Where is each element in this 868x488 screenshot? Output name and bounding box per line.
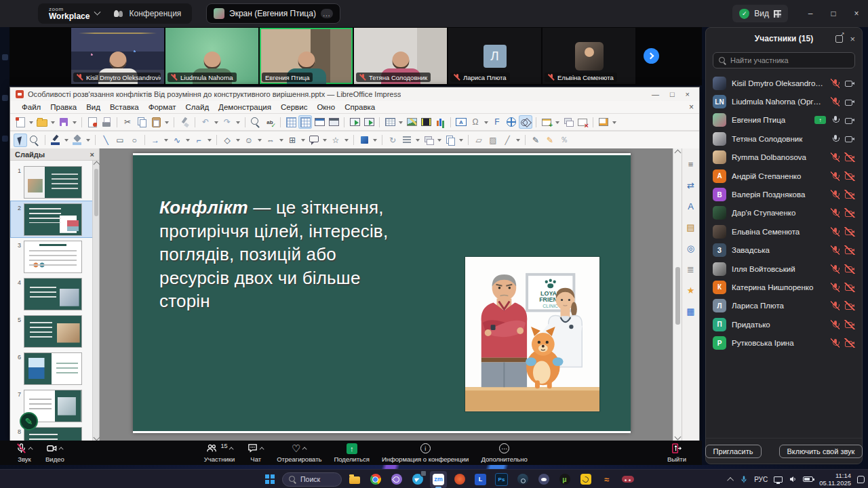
impress-minimize-button[interactable]: — [652, 90, 659, 98]
participants-button[interactable]: 15 Участники [198, 441, 241, 465]
scroll-down-icon[interactable] [93, 434, 100, 441]
start-button[interactable] [262, 471, 278, 487]
print-icon[interactable] [100, 116, 113, 128]
annotation-pencil-button[interactable]: ✎ [20, 412, 38, 430]
master-slide-icon[interactable] [328, 116, 340, 128]
cut-icon[interactable]: ✂ [121, 116, 134, 128]
ellipse-icon[interactable]: ○ [128, 134, 140, 146]
display-icon[interactable] [774, 476, 783, 483]
clock[interactable]: 11:14 05.11.2025 [819, 472, 851, 487]
save-icon[interactable] [58, 116, 70, 128]
popout-icon[interactable] [835, 35, 843, 43]
slide-thumbnail[interactable] [24, 352, 82, 385]
symbol-dropdown-icon[interactable] [257, 134, 262, 146]
separator-icon[interactable] [344, 117, 344, 127]
navigator-panel-icon[interactable]: ◎ [685, 242, 697, 254]
basic-shapes-dropdown-icon[interactable] [235, 134, 241, 146]
mic-status-icon[interactable] [831, 320, 840, 329]
video-button[interactable]: Видео [39, 441, 71, 465]
separator-icon[interactable] [450, 117, 451, 127]
callouts-dropdown-icon[interactable] [322, 134, 328, 146]
chevron-up-icon[interactable] [58, 447, 63, 451]
participant-row[interactable]: К Катерина Нишпоренко [706, 278, 862, 296]
align-objects-icon[interactable] [401, 134, 413, 146]
rectangle-icon[interactable]: ▭ [114, 134, 126, 146]
fontwork-icon[interactable]: F [491, 116, 503, 128]
fill-color-icon[interactable] [71, 134, 83, 146]
menu-item[interactable]: Сервис [276, 103, 312, 111]
camera-status-icon[interactable] [844, 245, 855, 255]
tab-screen-share[interactable]: Экран (Евгения Птица) ... [206, 3, 340, 24]
participant-row[interactable]: П Придатько [706, 315, 862, 333]
slide-thumbnail-row[interactable]: 3 [10, 238, 99, 275]
redo-icon[interactable]: ↷ [221, 116, 233, 128]
menu-item[interactable]: Справка [340, 103, 380, 111]
distribute-dropdown-icon[interactable] [458, 134, 464, 146]
hyperlink-icon[interactable] [505, 116, 517, 128]
separator-icon[interactable] [144, 135, 145, 145]
view-menu[interactable]: ✓ Вид [732, 5, 788, 22]
insert-chart-icon[interactable] [434, 116, 446, 128]
menu-item[interactable]: Вид [81, 103, 105, 111]
close-button[interactable]: × [845, 0, 868, 27]
camera-status-icon[interactable] [844, 79, 855, 88]
canvas-scrollbar[interactable] [673, 148, 682, 441]
separator-icon[interactable] [536, 117, 536, 127]
impress-restore-button[interactable]: □ [670, 90, 675, 98]
slide-thumbnail-row[interactable]: 4 [10, 275, 99, 312]
curves-and-polygons-icon[interactable]: ∿ [171, 134, 183, 146]
invite-button[interactable]: Пригласить [705, 445, 762, 458]
discord-icon[interactable] [535, 471, 552, 488]
current-slide[interactable]: Конфлікт — це зіткнення, протиріччя ціле… [133, 153, 631, 433]
camera-status-icon[interactable] [844, 171, 855, 181]
leave-button[interactable]: Выйти [661, 441, 692, 465]
glue-points-icon[interactable]: ✎ [544, 134, 556, 146]
open-dropdown-icon[interactable] [50, 116, 56, 128]
delete-slide-icon[interactable] [576, 116, 589, 128]
find-and-replace-icon[interactable] [250, 116, 262, 128]
telegram-icon[interactable] [409, 471, 426, 488]
slide-thumbnail[interactable] [24, 278, 82, 310]
undo-dropdown-icon[interactable] [214, 116, 219, 128]
slide-thumbnail[interactable] [24, 241, 82, 273]
scroll-up-icon[interactable] [93, 161, 100, 168]
tray-expand-icon[interactable] [727, 476, 734, 483]
block-arrows-dropdown-icon[interactable] [279, 134, 284, 146]
chevron-up-icon[interactable] [260, 447, 264, 451]
duplicate-slide-icon[interactable] [562, 116, 574, 128]
paste-icon[interactable] [150, 116, 162, 128]
zoom-pan-icon[interactable] [28, 134, 41, 146]
camera-status-icon[interactable] [844, 97, 855, 106]
mic-status-icon[interactable] [831, 283, 840, 292]
camera-status-icon[interactable] [844, 301, 855, 310]
viber-icon[interactable] [388, 471, 405, 488]
mic-status-icon[interactable] [831, 208, 840, 218]
language-indicator[interactable]: РУС [754, 476, 768, 483]
new-document-icon[interactable] [14, 116, 26, 128]
minimize-button[interactable]: – [799, 0, 822, 27]
camera-status-icon[interactable] [844, 134, 855, 144]
new-slide-dropdown-icon[interactable] [555, 116, 560, 128]
line-color-icon[interactable] [50, 134, 62, 146]
curves-dropdown-icon[interactable] [185, 134, 191, 146]
meeting-info-button[interactable]: i Информация о конференции [376, 441, 475, 465]
mic-status-icon[interactable] [831, 152, 840, 162]
slides-panel-close-icon[interactable]: × [90, 150, 94, 159]
participant-row[interactable]: Тетяна Солодовник [706, 129, 862, 148]
camera-status-icon[interactable] [844, 190, 855, 199]
arrows-dropdown-icon[interactable] [163, 134, 169, 146]
open-file-icon[interactable] [36, 116, 48, 128]
slide-thumbnail-row[interactable]: 1 [10, 163, 99, 201]
camera-status-icon[interactable] [844, 208, 855, 218]
participant-row[interactable]: З Завадська [706, 241, 862, 260]
mic-status-icon[interactable] [831, 115, 840, 125]
mic-status-icon[interactable] [831, 264, 840, 274]
symbol-shapes-icon[interactable]: ☺ [243, 134, 255, 146]
special-character-icon[interactable]: Ω [469, 116, 481, 128]
slide-thumbnail-row[interactable]: 6 [10, 350, 99, 387]
slide-thumbnail[interactable] [24, 203, 82, 236]
participant-row[interactable]: В Валерія Позднякова [706, 185, 862, 203]
special-char-dropdown-icon[interactable] [484, 116, 489, 128]
show-draw-functions-icon[interactable] [519, 116, 532, 128]
participant-row[interactable]: Kisil Dmytro Oleksandrovich (Я) [706, 74, 862, 92]
